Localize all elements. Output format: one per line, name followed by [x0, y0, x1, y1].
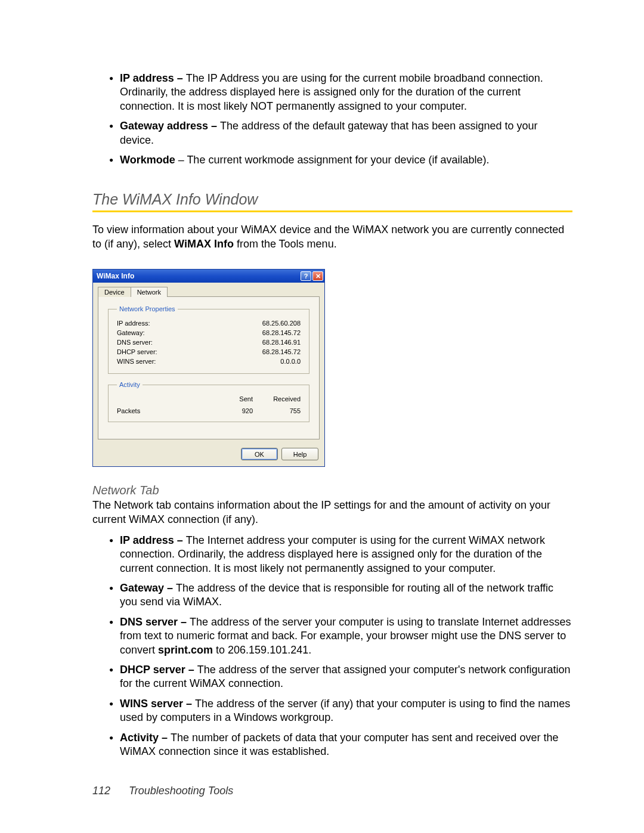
- bullet-ip-address: IP address – The IP Address you are usin…: [92, 72, 572, 113]
- spacer: [117, 395, 205, 402]
- subheading-network-tab: Network Tab: [92, 484, 572, 497]
- activity-packets-row: Packets 920 755: [117, 407, 301, 414]
- help-button[interactable]: Help: [281, 448, 318, 460]
- label: DHCP server:: [117, 348, 235, 355]
- term: Workmode: [120, 154, 175, 166]
- row-dns: DNS server: 68.28.146.91: [117, 337, 301, 347]
- groupbox-network-properties: Network Properties IP address: 68.25.60.…: [108, 305, 309, 374]
- term: IP address –: [120, 72, 186, 84]
- row-wins: WINS server: 0.0.0.0: [117, 357, 301, 366]
- desc: – The current workmode assignment for yo…: [175, 154, 490, 166]
- page-footer: 112 Troubleshooting Tools: [92, 785, 233, 797]
- footer-title: Troubleshooting Tools: [129, 785, 233, 797]
- section-title: The WiMAX Info Window: [92, 191, 572, 208]
- tabs-row: Device Network: [93, 283, 324, 296]
- label: IP address:: [117, 320, 235, 327]
- top-bullet-list: IP address – The IP Address you are usin…: [92, 72, 572, 167]
- desc: The address of the device that is respon…: [120, 582, 553, 608]
- term: Gateway address –: [120, 120, 220, 132]
- value: 68.28.145.72: [235, 348, 301, 355]
- def-dns-server: DNS server – The address of the server y…: [92, 615, 572, 657]
- group-legend-network: Network Properties: [117, 305, 178, 312]
- label: WINS server:: [117, 358, 235, 365]
- row-dhcp: DHCP server: 68.28.145.72: [117, 347, 301, 357]
- intro-text-2: from the Tools menu.: [234, 238, 337, 250]
- tab-panel-network: Network Properties IP address: 68.25.60.…: [98, 296, 320, 439]
- ok-button[interactable]: OK: [241, 448, 278, 460]
- def-wins-server: WINS server – The address of the server …: [92, 697, 572, 725]
- value: 68.28.146.91: [235, 339, 301, 346]
- def-ip-address: IP address – The Internet address your c…: [92, 534, 572, 575]
- tab-device[interactable]: Device: [98, 287, 131, 297]
- packets-received: 755: [253, 407, 301, 414]
- desc-bold: sprint.com: [158, 644, 213, 656]
- groupbox-activity: Activity Sent Received Packets 920 755: [108, 381, 309, 422]
- label: Gateway:: [117, 329, 235, 336]
- bullet-workmode: Workmode – The current workmode assignme…: [92, 153, 572, 167]
- desc: The number of packets of data that your …: [120, 732, 558, 757]
- term: Activity –: [120, 732, 171, 744]
- def-gateway: Gateway – The address of the device that…: [92, 581, 572, 609]
- page-number: 112: [92, 785, 110, 797]
- wimax-info-window: WiMax Info ? ✕ Device Network Network Pr…: [92, 269, 325, 467]
- col-received: Received: [253, 395, 301, 402]
- section-rule: [92, 210, 572, 212]
- definitions-list: IP address – The Internet address your c…: [92, 534, 572, 758]
- bullet-gateway-address: Gateway address – The address of the def…: [92, 119, 572, 147]
- packets-sent: 920: [205, 407, 253, 414]
- close-icon[interactable]: ✕: [312, 271, 323, 281]
- row-label: Packets: [117, 407, 205, 414]
- term: IP address –: [120, 534, 186, 546]
- titlebar: WiMax Info ? ✕: [93, 270, 324, 283]
- col-sent: Sent: [205, 395, 253, 402]
- term: DNS server –: [120, 616, 190, 628]
- sub-intro-paragraph: The Network tab contains information abo…: [92, 498, 572, 527]
- value: 68.28.145.72: [235, 329, 301, 336]
- window-title: WiMax Info: [97, 272, 299, 280]
- tab-network[interactable]: Network: [131, 287, 168, 297]
- activity-header-row: Sent Received: [117, 394, 301, 407]
- group-legend-activity: Activity: [117, 381, 143, 388]
- def-activity: Activity – The number of packets of data…: [92, 731, 572, 759]
- term: WINS server –: [120, 698, 195, 710]
- help-icon[interactable]: ?: [301, 271, 311, 281]
- desc-post: to 206.159.101.241.: [213, 644, 311, 656]
- intro-bold: WiMAX Info: [174, 238, 234, 250]
- term: Gateway –: [120, 582, 176, 594]
- intro-paragraph: To view information about your WiMAX dev…: [92, 223, 572, 251]
- row-gateway: Gateway: 68.28.145.72: [117, 328, 301, 337]
- def-dhcp-server: DHCP server – The address of the server …: [92, 663, 572, 691]
- row-ip: IP address: 68.25.60.208: [117, 318, 301, 328]
- document-page: IP address – The IP Address you are usin…: [0, 0, 644, 812]
- label: DNS server:: [117, 339, 235, 346]
- value: 68.25.60.208: [235, 320, 301, 327]
- value: 0.0.0.0: [235, 358, 301, 365]
- dialog-button-row: OK Help: [93, 444, 324, 466]
- term: DHCP server –: [120, 664, 197, 676]
